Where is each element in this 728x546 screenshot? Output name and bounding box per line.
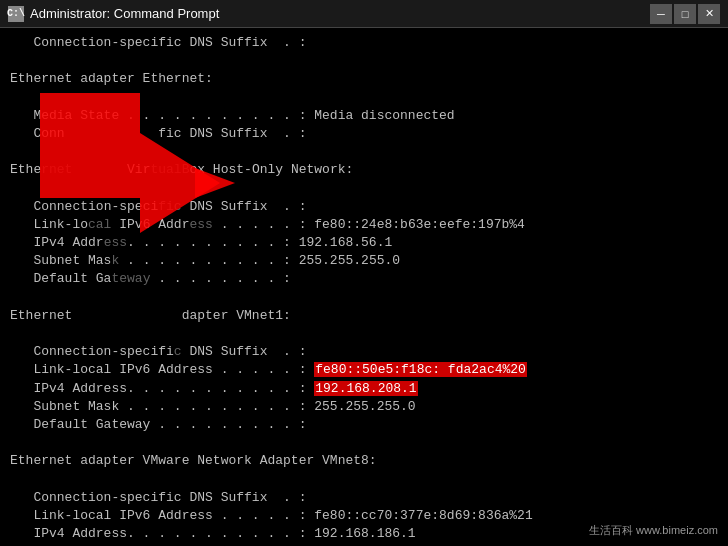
line-16: Ethernet dapter VMnet1:: [10, 307, 718, 325]
window-title: Administrator: Command Prompt: [30, 6, 219, 21]
line-12: IPv4 Address. . . . . . . . . . : 192.16…: [10, 234, 718, 252]
line-21: Subnet Mask . . . . . . . . . . . : 255.…: [10, 398, 718, 416]
line-24: Ethernet adapter VMware Network Adapter …: [10, 452, 718, 470]
terminal-window: Connection-specific DNS Suffix . : Ether…: [0, 28, 728, 546]
line-4: [10, 89, 718, 107]
line-13: Subnet Mask . . . . . . . . . . : 255.25…: [10, 252, 718, 270]
line-2: [10, 52, 718, 70]
ipv4-highlight: 192.168.208.1: [314, 381, 417, 396]
line-22: Default Gateway . . . . . . . . . :: [10, 416, 718, 434]
line-18: Connection-specific DNS Suffix . :: [10, 343, 718, 361]
window-controls: ─ □ ✕: [650, 4, 720, 24]
line-5: Media State . . . . . . . . . . . : Medi…: [10, 107, 718, 125]
line-19: Link-local IPv6 Address . . . . . : fe80…: [10, 361, 718, 379]
line-7: [10, 143, 718, 161]
ipv6-highlight: fe80::50e5:f18c: fda2ac4%20: [314, 362, 527, 377]
title-bar: C:\ Administrator: Command Prompt ─ □ ✕: [0, 0, 728, 28]
watermark: 生活百科 www.bimeiz.com: [589, 523, 718, 538]
line-14: Default Gateway . . . . . . . . :: [10, 270, 718, 288]
line-10: Connection-specific DNS Suffix . :: [10, 198, 718, 216]
maximize-button[interactable]: □: [674, 4, 696, 24]
line-17: [10, 325, 718, 343]
close-button[interactable]: ✕: [698, 4, 720, 24]
cmd-icon: C:\: [8, 6, 24, 22]
line-3: Ethernet adapter Ethernet:: [10, 70, 718, 88]
line-6: Connection-specific DNS Suffix . :: [10, 125, 718, 143]
line-23: [10, 434, 718, 452]
line-11: Link-local IPv6 Address . . . . . : fe80…: [10, 216, 718, 234]
title-bar-left: C:\ Administrator: Command Prompt: [8, 6, 219, 22]
line-15: [10, 289, 718, 307]
line-20: IPv4 Address. . . . . . . . . . . : 192.…: [10, 380, 718, 398]
line-26: Connection-specific DNS Suffix . :: [10, 489, 718, 507]
line-9: [10, 180, 718, 198]
line-8: Ethernet VirtualBox Host-Only Network:: [10, 161, 718, 179]
minimize-button[interactable]: ─: [650, 4, 672, 24]
line-25: [10, 471, 718, 489]
line-1: Connection-specific DNS Suffix . :: [10, 34, 718, 52]
